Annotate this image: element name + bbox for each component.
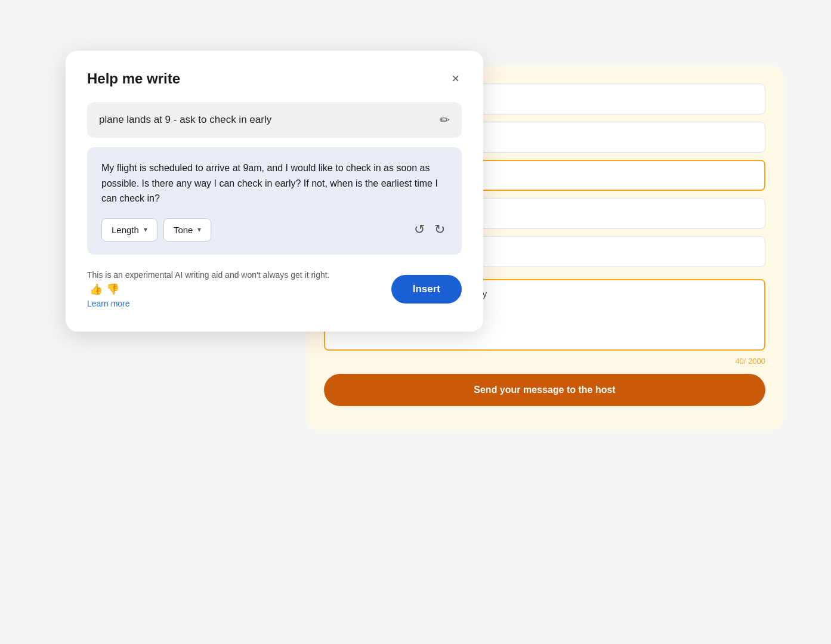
thumbs-up-icon[interactable]: 👍 (89, 281, 103, 298)
dropdowns: Length ▾ Tone ▾ (101, 218, 211, 242)
modal-container: Help me write × plane lands at 9 - ask t… (66, 51, 483, 332)
char-count: 40/ 2000 (324, 357, 765, 366)
edit-icon[interactable]: ✏ (440, 113, 450, 127)
tone-arrow: ▾ (197, 225, 201, 234)
length-label: Length (112, 225, 139, 235)
generated-text: My flight is scheduled to arrive at 9am,… (101, 160, 447, 206)
redo-button[interactable]: ↻ (432, 219, 447, 240)
length-dropdown[interactable]: Length ▾ (101, 218, 157, 242)
controls-row: Length ▾ Tone ▾ ↺ ↻ (101, 218, 447, 242)
tone-label: Tone (174, 225, 193, 235)
insert-button[interactable]: Insert (391, 275, 462, 304)
disclaimer: This is an experimental AI writing aid a… (87, 269, 350, 310)
modal-title: Help me write (87, 70, 180, 87)
generated-section: My flight is scheduled to arrive at 9am,… (87, 147, 462, 255)
send-button[interactable]: Send your message to the host (324, 374, 765, 406)
learn-more-link[interactable]: Learn more (87, 299, 130, 308)
tone-dropdown[interactable]: Tone ▾ (163, 218, 212, 242)
modal-footer: This is an experimental AI writing aid a… (87, 269, 462, 310)
disclaimer-text: This is an experimental AI writing aid a… (87, 270, 330, 280)
thumbs-down-icon[interactable]: 👎 (106, 281, 119, 298)
prompt-text: plane lands at 9 - ask to check in early (99, 114, 433, 126)
prompt-section: plane lands at 9 - ask to check in early… (87, 102, 462, 138)
feedback-icons: 👍 👎 (89, 281, 119, 298)
undo-button[interactable]: ↺ (412, 219, 427, 240)
close-button[interactable]: × (449, 70, 462, 88)
undo-redo-controls: ↺ ↻ (412, 219, 447, 240)
modal-header: Help me write × (87, 70, 462, 88)
help-me-write-modal: Help me write × plane lands at 9 - ask t… (66, 51, 483, 332)
length-arrow: ▾ (144, 225, 147, 234)
